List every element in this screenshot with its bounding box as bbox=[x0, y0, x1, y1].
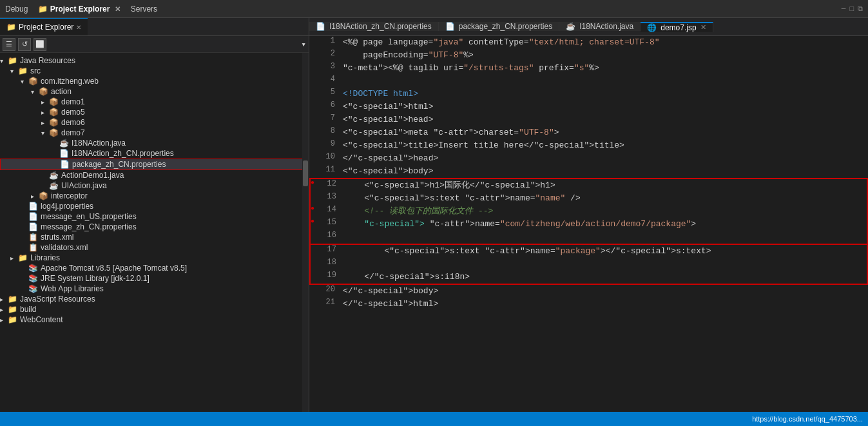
file-icon: ☕ bbox=[49, 171, 59, 180]
expand-icon[interactable]: ▸ bbox=[31, 193, 39, 200]
line-number-11: 11 bbox=[317, 165, 340, 174]
tree-item-validators.xml[interactable]: 📋validators.xml bbox=[0, 242, 309, 253]
file-icon: 📚 bbox=[28, 264, 39, 273]
tab-props-icon: 📄 bbox=[316, 22, 325, 31]
tree-item-libraries[interactable]: ▸📁Libraries bbox=[0, 253, 309, 263]
servers-tab[interactable]: Servers bbox=[131, 5, 157, 14]
tree-item-com-itzheng-web[interactable]: ▾📦com.itzheng.web bbox=[0, 76, 309, 86]
tree-item-label: validators.xml bbox=[41, 243, 88, 252]
refresh-button[interactable]: ↺ bbox=[18, 38, 31, 51]
project-explorer-tab[interactable]: 📁 Project Explorer ✕ bbox=[38, 5, 120, 14]
tree-item-js-resources[interactable]: ▸📁JavaScript Resources bbox=[0, 294, 309, 304]
maximize-icon[interactable]: □ bbox=[849, 5, 854, 13]
expand-icon[interactable]: ▸ bbox=[41, 99, 49, 106]
file-icon: 📦 bbox=[49, 108, 59, 117]
tree-item-label: message_zh_CN.properties bbox=[41, 222, 137, 231]
left-scrollbar[interactable] bbox=[302, 53, 309, 412]
tree-item-demo6[interactable]: ▸📦demo6 bbox=[0, 117, 309, 128]
line-content-1[interactable]: <%@ page language="java" contentType="te… bbox=[340, 36, 868, 49]
expand-icon[interactable]: ▸ bbox=[10, 255, 18, 262]
tree-item-label: Libraries bbox=[30, 253, 60, 262]
tree-item-action[interactable]: ▾📦action bbox=[0, 86, 309, 97]
line-content-15[interactable]: "c-special"> "c-attr">name="com/itzheng/… bbox=[342, 218, 867, 231]
line-content-14[interactable]: <!-- 读取包下的国际化文件 --> bbox=[342, 205, 867, 218]
line-content-6[interactable]: <"c-special">html> bbox=[340, 101, 868, 113]
file-icon: 📦 bbox=[28, 77, 39, 86]
line-content-11[interactable]: <"c-special">body> bbox=[340, 165, 868, 178]
editor-tab-i18naction-java[interactable]: ☕I18NAction.java bbox=[559, 22, 641, 31]
tree-item-demo5[interactable]: ▸📦demo5 bbox=[0, 107, 309, 117]
code-line-21: 21</"c-special">html> bbox=[309, 298, 868, 311]
line-content-9[interactable]: <"c-special">title>Insert title here</"c… bbox=[340, 139, 868, 152]
tree-item-demo7[interactable]: ▾📦demo7 bbox=[0, 128, 309, 138]
line-content-13[interactable]: <"c-special">s:text "c-attr">name="name"… bbox=[342, 192, 867, 205]
restore-icon[interactable]: ⧉ bbox=[858, 5, 863, 13]
line-content-17[interactable]: <"c-special">s:text "c-attr">name="packa… bbox=[342, 245, 867, 258]
debug-tab[interactable]: Debug bbox=[5, 5, 28, 14]
line-content-20[interactable]: </"c-special">body> bbox=[340, 285, 868, 298]
line-content-8[interactable]: <"c-special">meta "c-attr">charset="UTF-… bbox=[340, 126, 868, 139]
file-icon: 📦 bbox=[49, 128, 59, 137]
line-number-17: 17 bbox=[318, 245, 342, 254]
minimize-icon[interactable]: ─ bbox=[842, 5, 846, 13]
collapse-all-button[interactable]: ☰ bbox=[3, 38, 15, 51]
tree-item-label: I18NAction.java bbox=[72, 139, 126, 148]
editor-area[interactable]: 1<%@ page language="java" contentType="t… bbox=[309, 36, 868, 412]
tree-item-interceptor[interactable]: ▸📦interceptor bbox=[0, 191, 309, 201]
tree-item-log4j.properties[interactable]: 📄log4j.properties bbox=[0, 201, 309, 211]
file-icon: 📄 bbox=[28, 202, 39, 211]
tab-label: demo7.jsp bbox=[661, 23, 696, 32]
tab-close-icon[interactable]: ✕ bbox=[700, 23, 706, 32]
line-content-2[interactable]: pageEncoding="UTF-8"%> bbox=[340, 49, 868, 62]
panel-menu-icon[interactable]: ▾ bbox=[301, 39, 306, 50]
expand-icon[interactable]: ▸ bbox=[0, 296, 8, 303]
project-explorer-panel-tab[interactable]: 📁 Project Explorer ✕ bbox=[0, 18, 88, 35]
scrollbar-thumb[interactable] bbox=[303, 160, 308, 186]
expand-icon[interactable]: ▾ bbox=[31, 88, 39, 95]
editor-tab-i18naction-zh-cn-properties[interactable]: 📄I18NAction_zh_CN.properties bbox=[309, 22, 439, 31]
line-content-7[interactable]: <"c-special">head> bbox=[340, 113, 868, 126]
expand-icon[interactable]: ▾ bbox=[10, 68, 18, 75]
tree-item-label: WebContent bbox=[20, 315, 63, 324]
line-content-10[interactable]: </"c-special">head> bbox=[340, 152, 868, 165]
code-line-12: ●12 <"c-special">h1>国际化</"c-special">h1> bbox=[309, 178, 868, 192]
editor-tab-demo7-jsp[interactable]: 🌐demo7.jsp✕ bbox=[641, 22, 713, 32]
view-menu-button[interactable]: ⬜ bbox=[34, 38, 46, 51]
file-icon: 📦 bbox=[49, 118, 59, 127]
tree-item-build[interactable]: ▸📁build bbox=[0, 304, 309, 315]
tree-item-apache-tomcat[interactable]: 📚Apache Tomcat v8.5 [Apache Tomcat v8.5] bbox=[0, 263, 309, 273]
expand-icon[interactable]: ▸ bbox=[41, 119, 49, 126]
tree-item-package_zh_CN.properties[interactable]: 📄package_zh_CN.properties bbox=[0, 159, 309, 170]
tree-item-I18NAction_zh_CN.properties[interactable]: 📄I18NAction_zh_CN.properties bbox=[0, 148, 309, 159]
tree-item-WebContent[interactable]: ▸📁WebContent bbox=[0, 315, 309, 325]
file-icon: 📚 bbox=[28, 284, 39, 293]
editor-tab-package-zh-cn-properties[interactable]: 📄package_zh_CN.properties bbox=[439, 22, 559, 31]
panel-tab-close-icon[interactable]: ✕ bbox=[76, 24, 81, 31]
tree-item-UIAction.java[interactable]: ☕UIAction.java bbox=[0, 180, 309, 191]
tree-item-I18NAction.java[interactable]: ☕I18NAction.java bbox=[0, 138, 309, 148]
tree-item-demo1[interactable]: ▸📦demo1 bbox=[0, 97, 309, 107]
expand-icon[interactable]: ▸ bbox=[41, 109, 49, 116]
line-content-3[interactable]: "c-meta"><%@ taglib uri="/struts-tags" p… bbox=[340, 62, 868, 75]
line-content-5[interactable]: <!DOCTYPE html> bbox=[340, 88, 868, 101]
expand-icon[interactable]: ▾ bbox=[0, 57, 8, 64]
line-content-12[interactable]: <"c-special">h1>国际化</"c-special">h1> bbox=[342, 179, 867, 192]
tree-item-message_zh_CN.properties[interactable]: 📄message_zh_CN.properties bbox=[0, 222, 309, 232]
file-icon: 📁 bbox=[18, 66, 28, 75]
tree-item-ActionDemo1.java[interactable]: ☕ActionDemo1.java bbox=[0, 170, 309, 180]
tree-item-java-resources[interactable]: ▾📁Java Resources bbox=[0, 55, 309, 66]
expand-icon[interactable]: ▸ bbox=[0, 306, 8, 313]
expand-icon[interactable]: ▾ bbox=[41, 130, 49, 137]
code-line-4: 4 bbox=[309, 75, 868, 88]
tree-item-struts.xml[interactable]: 📋struts.xml bbox=[0, 232, 309, 242]
line-content-19[interactable]: </"c-special">s:i18n> bbox=[342, 271, 867, 284]
line-content-21[interactable]: </"c-special">html> bbox=[340, 298, 868, 311]
tree-item-message_en_US.properties[interactable]: 📄message_en_US.properties bbox=[0, 211, 309, 222]
expand-icon[interactable]: ▸ bbox=[0, 316, 8, 324]
tree-item-jre-library[interactable]: 📚JRE System Library [jdk-12.0.1] bbox=[0, 273, 309, 284]
tab-label: package_zh_CN.properties bbox=[459, 22, 552, 31]
expand-icon[interactable]: ▾ bbox=[21, 78, 28, 85]
tree-item-src[interactable]: ▾📁src bbox=[0, 66, 309, 76]
tree-item-webapp-libraries[interactable]: 📚Web App Libraries bbox=[0, 284, 309, 294]
close-tab-icon[interactable]: ✕ bbox=[115, 5, 121, 13]
